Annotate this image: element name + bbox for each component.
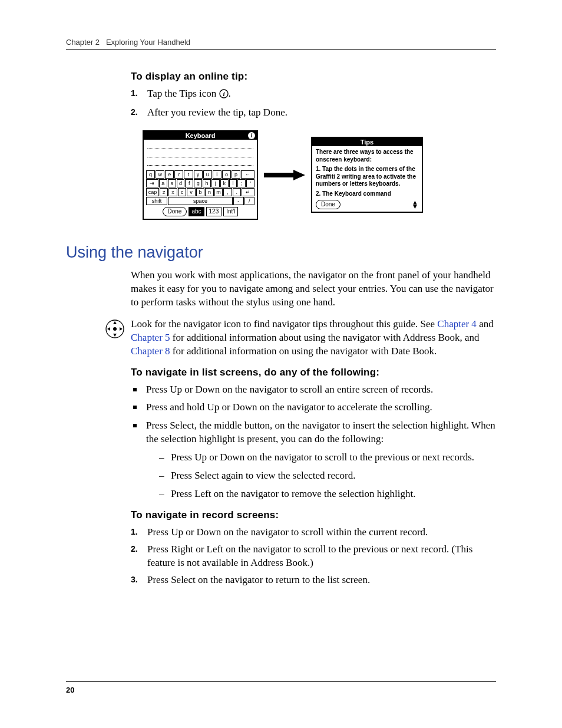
scroll-arrows-icon: ▲▼	[412, 200, 418, 209]
svg-marker-8	[107, 327, 110, 331]
tab-key: ⇥	[146, 179, 158, 187]
key: -	[233, 197, 243, 205]
page-number: 20	[66, 686, 74, 694]
record-steps: 1.Press Up or Down on the navigator to s…	[131, 526, 496, 587]
mode-intl: Int'l	[223, 207, 238, 216]
tip-steps: 1. Tap the Tips icon i . 2. After you re…	[131, 87, 496, 120]
key: ,	[223, 188, 232, 196]
text-line	[147, 158, 253, 166]
page: Chapter 2 Exploring Your Handheld To dis…	[0, 0, 562, 728]
space-key: space	[168, 197, 233, 205]
chapter-8-link[interactable]: Chapter 8	[131, 345, 170, 357]
key: a	[159, 179, 167, 187]
tip-step-2-text: After you review the tip, tap Done.	[147, 107, 287, 118]
tips-footer: Done ▲▼	[316, 200, 418, 209]
list-item: 3.Press Select on the navigator to retur…	[131, 574, 496, 587]
navigator-icon	[105, 319, 125, 341]
footer: 20	[66, 681, 496, 695]
key: g	[194, 179, 202, 187]
list-item: Press and hold Up or Down on the navigat…	[131, 401, 496, 414]
nav-tip-block: Look for the navigator icon to find navi…	[131, 318, 496, 358]
key: /	[244, 197, 254, 205]
key: p	[232, 170, 240, 179]
key-row-1: q w e r t y u i o p ←	[146, 170, 254, 179]
key: e	[165, 170, 174, 179]
header-rule	[66, 49, 496, 50]
text-line	[147, 141, 253, 149]
svg-rect-2	[264, 173, 295, 177]
info-icon: i	[248, 132, 255, 139]
key-row-4: shift space - /	[146, 197, 254, 205]
key: b	[196, 188, 204, 196]
nav-text: Look for the navigator icon to find navi…	[131, 318, 437, 330]
list-item: 1.Press Up or Down on the navigator to s…	[131, 526, 496, 539]
list-item: Press Select, the middle button, on the …	[131, 419, 496, 501]
key: .	[233, 188, 241, 196]
keyboard-controls: Done abc 123 Int'l	[146, 207, 254, 216]
figure: Keyboard i q w e r t y u i o p	[143, 130, 496, 220]
tip-step-1: 1. Tap the Tips icon i .	[131, 87, 496, 103]
tip-step-2: 2. After you review the tip, tap Done.	[131, 106, 496, 120]
tip-heading: To display an online tip:	[131, 71, 496, 83]
nav-text: for additional information on using the …	[173, 345, 437, 357]
record-heading: To navigate in record screens:	[131, 509, 496, 521]
arrow-icon	[264, 170, 305, 180]
svg-marker-9	[120, 327, 123, 331]
svg-point-5	[113, 327, 117, 331]
backspace-key: ←	[241, 170, 254, 179]
keyboard-screenshot: Keyboard i q w e r t y u i o p	[143, 130, 258, 220]
list-item: Press Up or Down on the navigator to scr…	[159, 451, 496, 465]
svg-text:i: i	[223, 90, 225, 97]
done-button: Done	[316, 200, 340, 209]
key: '	[246, 179, 254, 187]
tips-screenshot: Tips There are three ways to access the …	[311, 137, 423, 213]
key: f	[185, 179, 193, 187]
nav-text: for additional information about using t…	[173, 332, 480, 343]
key: l	[229, 179, 237, 187]
list-heading: To navigate in list screens, do any of t…	[131, 367, 496, 378]
list-item: Press Left on the navigator to remove th…	[159, 487, 496, 501]
key: u	[203, 170, 212, 179]
chapter-5-link[interactable]: Chapter 5	[131, 332, 170, 343]
key: i	[213, 170, 222, 179]
section-title: Using the navigator	[66, 243, 496, 262]
key: r	[174, 170, 183, 179]
mode-abc: abc	[189, 207, 204, 216]
content: To display an online tip: 1. Tap the Tip…	[131, 71, 496, 220]
keyboard-titlebar: Keyboard i	[144, 131, 257, 140]
section-body: When you work with most applications, th…	[131, 269, 496, 587]
footer-rule	[66, 681, 496, 682]
nav-para: Look for the navigator icon to find navi…	[131, 318, 496, 358]
key: o	[222, 170, 231, 179]
done-button: Done	[163, 207, 187, 216]
list-item: Press Select again to view the selected …	[159, 469, 496, 483]
list-item: 2.Press Right or Left on the navigator t…	[131, 543, 496, 570]
key: k	[220, 179, 229, 187]
intro-para: When you work with most applications, th…	[131, 269, 496, 309]
chapter-4-link[interactable]: Chapter 4	[437, 318, 477, 330]
svg-marker-7	[113, 334, 117, 337]
keyboard-title: Keyboard	[186, 132, 216, 139]
list-item: Press Up or Down on the navigator to scr…	[131, 383, 496, 397]
tips-body: There are three ways to access the onscr…	[316, 149, 418, 197]
svg-marker-3	[293, 170, 305, 180]
tip-step-1-text: Tap the Tips icon	[147, 88, 219, 99]
key: h	[203, 179, 211, 187]
key: x	[168, 188, 177, 196]
enter-key: ↵	[242, 188, 254, 196]
running-head: Chapter 2 Exploring Your Handheld	[66, 38, 496, 47]
tips-para: There are three ways to access the onscr…	[316, 149, 418, 163]
mode-123: 123	[206, 207, 222, 216]
key: j	[211, 179, 220, 187]
tips-icon: i	[219, 89, 229, 103]
key: n	[205, 188, 213, 196]
key: v	[187, 188, 195, 196]
key-row-3: cap z x c v b n m , . ↵	[146, 188, 254, 196]
text-line	[147, 150, 253, 157]
key: c	[178, 188, 186, 196]
key: y	[194, 170, 203, 179]
key: t	[184, 170, 193, 179]
key: d	[177, 179, 185, 187]
nav-text: and	[479, 318, 494, 330]
svg-marker-6	[113, 321, 117, 324]
